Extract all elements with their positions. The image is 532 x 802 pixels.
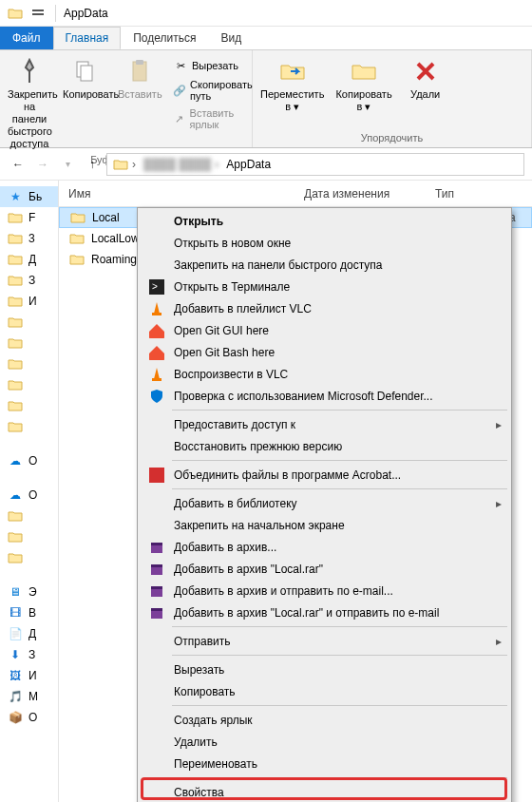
svg-rect-9 xyxy=(149,323,164,337)
svg-rect-11 xyxy=(152,378,162,381)
titlebar-dropdown-icon[interactable] xyxy=(29,5,47,22)
sidebar-item[interactable] xyxy=(0,333,58,353)
sidebar-onedrive-1[interactable]: ☁O xyxy=(0,450,58,471)
sidebar-item[interactable]: З xyxy=(0,270,58,291)
crumb-blurred[interactable]: ████ ████› xyxy=(140,154,222,175)
ctx-acrobat[interactable]: Объединить файлы в программе Acrobat... xyxy=(140,464,509,486)
sidebar-item[interactable] xyxy=(0,526,58,547)
shield-icon xyxy=(147,387,166,406)
sidebar-item[interactable]: 3 xyxy=(0,228,58,249)
delete-icon xyxy=(410,56,441,86)
copy-icon xyxy=(69,56,100,86)
col-type[interactable]: Тип xyxy=(435,187,532,200)
folder-icon xyxy=(8,231,23,246)
folder-icon xyxy=(7,5,24,22)
ctx-rar-add-local[interactable]: Добавить в архив "Local.rar" xyxy=(140,558,509,580)
ctx-git-gui[interactable]: Open Git GUI here xyxy=(140,319,509,341)
delete-button[interactable]: Удали xyxy=(398,54,453,103)
svg-rect-10 xyxy=(149,345,164,359)
sidebar-quick-access[interactable]: ★Бь xyxy=(0,186,58,207)
ctx-delete[interactable]: Удалить xyxy=(140,731,509,753)
nav-forward-button: → xyxy=(32,154,53,175)
svg-rect-20 xyxy=(151,608,162,611)
path-icon: 🔗 xyxy=(173,83,186,98)
move-to-button[interactable]: Переместить в ▾ xyxy=(255,54,330,115)
svg-rect-14 xyxy=(151,543,162,545)
nav-up-button[interactable]: ↑ xyxy=(82,154,103,175)
tab-home[interactable]: Главная xyxy=(53,27,122,49)
ctx-rar-add[interactable]: Добавить в архив... xyxy=(140,536,509,558)
tab-view[interactable]: Вид xyxy=(208,27,254,49)
pin-quick-button[interactable]: Закрепить на панели быстрого доступа xyxy=(2,54,57,152)
ctx-open-new[interactable]: Открыть в новом окне xyxy=(140,232,509,254)
sidebar-onedrive-2[interactable]: ☁O xyxy=(0,485,58,506)
ctx-pin-start[interactable]: Закрепить на начальном экране xyxy=(140,514,509,536)
sidebar-item[interactable] xyxy=(0,506,58,526)
ctx-vlc-play[interactable]: Воспроизвести в VLC xyxy=(140,363,509,385)
sidebar-item[interactable]: Д xyxy=(0,249,58,270)
sidebar-item[interactable]: F xyxy=(0,207,58,228)
ctx-defender[interactable]: Проверка с использованием Microsoft Defe… xyxy=(140,385,509,407)
col-name[interactable]: Имя xyxy=(68,187,304,200)
ctx-separator xyxy=(172,488,507,489)
ctx-separator xyxy=(172,705,507,706)
sidebar-item[interactable]: ⬇З xyxy=(0,644,58,665)
pdf-icon xyxy=(147,466,166,485)
copy-button[interactable]: Копировать xyxy=(57,54,112,103)
folder-icon xyxy=(8,419,23,434)
sidebar-item[interactable] xyxy=(0,395,58,416)
ctx-rename[interactable]: Переименовать xyxy=(140,753,509,774)
ctx-open[interactable]: Открыть xyxy=(140,210,509,232)
sidebar-item[interactable] xyxy=(0,312,58,333)
library-icon: 🎵 xyxy=(8,689,23,704)
nav-back-button[interactable]: ← xyxy=(8,154,28,175)
svg-rect-12 xyxy=(149,468,164,483)
titlebar: AppData xyxy=(0,0,532,27)
ctx-properties[interactable]: Свойства xyxy=(140,781,509,802)
window-title: AppData xyxy=(64,7,108,20)
nav-history-button[interactable]: ▾ xyxy=(57,154,78,175)
submenu-arrow-icon: ▸ xyxy=(496,497,502,510)
sidebar-this-pc[interactable]: 🖥Э xyxy=(0,582,58,602)
tab-file[interactable]: Файл xyxy=(0,27,53,49)
ctx-git-bash[interactable]: Open Git Bash here xyxy=(140,341,509,363)
sidebar-item[interactable]: 📄Д xyxy=(0,623,58,644)
crumb-current[interactable]: AppData xyxy=(222,154,275,175)
col-date[interactable]: Дата изменения xyxy=(304,187,435,200)
ctx-rar-email[interactable]: Добавить в архив и отправить по e-mail..… xyxy=(140,580,509,602)
submenu-arrow-icon: ▸ xyxy=(496,635,502,648)
sidebar-item[interactable] xyxy=(0,547,58,568)
crumb-root[interactable]: › xyxy=(109,154,140,175)
sidebar-item[interactable]: 🎞В xyxy=(0,602,58,623)
ctx-library[interactable]: Добавить в библиотеку▸ xyxy=(140,492,509,514)
sidebar-item[interactable]: И xyxy=(0,291,58,312)
ctx-cut[interactable]: Вырезать xyxy=(140,659,509,680)
sidebar-item[interactable] xyxy=(0,416,58,437)
ctx-vlc-playlist[interactable]: Добавить в плейлист VLC xyxy=(140,297,509,319)
svg-rect-16 xyxy=(151,564,162,567)
git-icon xyxy=(147,321,166,340)
ctx-copy[interactable]: Копировать xyxy=(140,680,509,702)
ctx-share-access[interactable]: Предоставить доступ к▸ xyxy=(140,413,509,435)
ctx-shortcut[interactable]: Создать ярлык xyxy=(140,709,509,731)
sidebar-item[interactable] xyxy=(0,353,58,374)
tab-share[interactable]: Поделиться xyxy=(121,27,208,49)
sidebar-item[interactable]: 🎵М xyxy=(0,686,58,707)
cut-button[interactable]: ✂Вырезать xyxy=(167,56,260,75)
ctx-terminal[interactable]: >Открыть в Терминале xyxy=(140,276,509,297)
folder-icon xyxy=(69,209,86,226)
ctx-rar-email-local[interactable]: Добавить в архив "Local.rar" и отправить… xyxy=(140,602,509,623)
ctx-send-to[interactable]: Отправить▸ xyxy=(140,630,509,652)
ctx-restore[interactable]: Восстановить прежнюю версию xyxy=(140,435,509,457)
folder-icon xyxy=(8,356,23,372)
pin-icon xyxy=(14,56,45,86)
column-headers[interactable]: Имя Дата изменения Тип xyxy=(59,181,532,207)
sidebar-item[interactable] xyxy=(0,374,58,395)
copy-to-button[interactable]: Копировать в ▾ xyxy=(330,54,397,115)
svg-rect-5 xyxy=(136,60,143,65)
breadcrumb[interactable]: › ████ ████› AppData xyxy=(106,153,524,176)
sidebar-item[interactable]: 📦О xyxy=(0,707,58,728)
sidebar-item[interactable]: 🖼И xyxy=(0,665,58,686)
ctx-pin-quick[interactable]: Закрепить на панели быстрого доступа xyxy=(140,254,509,276)
copy-path-button[interactable]: 🔗Скопировать путь xyxy=(167,77,260,104)
